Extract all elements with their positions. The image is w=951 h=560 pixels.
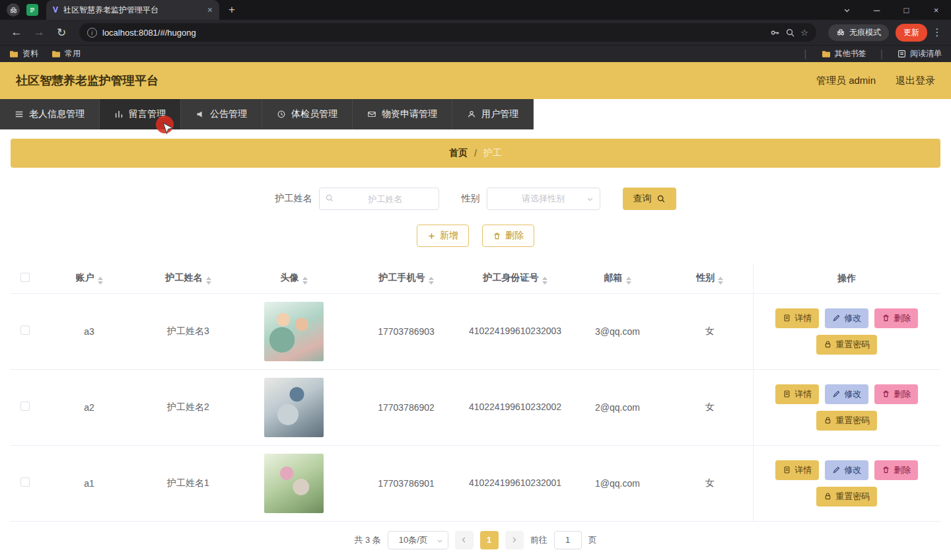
edit-button[interactable]: 修改	[825, 460, 868, 480]
nav-item-examiners[interactable]: 体检员管理	[262, 99, 353, 129]
reset-password-button[interactable]: 重置密码	[816, 487, 877, 507]
sort-icon[interactable]	[98, 277, 103, 285]
nav-item-users[interactable]: 用户管理	[452, 99, 534, 129]
tab-title: 社区智慧养老监护管理平台	[63, 5, 202, 16]
sort-icon[interactable]	[206, 277, 211, 285]
back-button[interactable]: ←	[7, 22, 26, 42]
breadcrumb-home[interactable]: 首页	[449, 147, 468, 159]
table-header-row: 账户 护工姓名 头像 护工手机号 护工身份证号 邮箱 性别 操作	[11, 264, 940, 293]
goto-label: 前往	[530, 534, 547, 546]
site-info-icon[interactable]: i	[87, 28, 97, 38]
col-header-idcard: 护工身份证号	[462, 264, 568, 293]
window-close-button[interactable]: ×	[921, 0, 951, 20]
caregiver-name-input[interactable]	[319, 188, 439, 210]
goto-unit: 页	[588, 534, 597, 546]
row-checkbox[interactable]	[20, 326, 30, 335]
caregiver-photo	[264, 302, 324, 361]
search-icon	[325, 193, 334, 203]
search-button[interactable]: 查询	[623, 188, 676, 210]
browser-toolbar: ← → ↻ i localhost:8081/#/hugong ☆ 无痕模式 更…	[0, 20, 951, 45]
incognito-profile-icon[interactable]	[7, 3, 20, 17]
cell-name: 护工姓名1	[139, 445, 238, 521]
pagination: 共 3 条 10条/页 1 前往 页	[11, 531, 940, 549]
pinned-tab-favicon[interactable]	[26, 4, 38, 16]
nav-item-supplies[interactable]: 物资申请管理	[353, 99, 452, 129]
tab-search-icon[interactable]	[832, 0, 862, 20]
bookmark-folder[interactable]: 常用	[52, 48, 81, 59]
cell-idcard: 410224199610232001	[466, 476, 565, 491]
bookmark-folder[interactable]: 资料	[9, 48, 38, 59]
delete-button[interactable]: 删除	[874, 308, 918, 328]
sort-icon[interactable]	[542, 277, 547, 285]
address-bar[interactable]: i localhost:8081/#/hugong ☆	[79, 23, 816, 42]
lock-icon	[824, 492, 832, 501]
reset-password-button[interactable]: 重置密码	[816, 335, 877, 355]
edit-button[interactable]: 修改	[825, 308, 868, 328]
lock-icon	[824, 416, 832, 425]
tab-close-icon[interactable]: ×	[207, 5, 213, 15]
prev-page-button[interactable]	[455, 531, 474, 549]
lock-icon	[824, 340, 832, 349]
breadcrumb: 首页 / 护工	[11, 139, 940, 168]
cell-name: 护工姓名3	[139, 293, 238, 369]
sort-icon[interactable]	[626, 277, 631, 285]
col-header-phone: 护工手机号	[350, 264, 462, 293]
bulk-delete-button[interactable]: 删除	[482, 225, 534, 247]
reset-password-button[interactable]: 重置密码	[816, 411, 877, 431]
reading-list-button[interactable]: 阅读清单	[898, 48, 942, 59]
menu-icon	[15, 110, 24, 119]
sort-icon[interactable]	[718, 277, 723, 285]
update-label: 更新	[903, 27, 919, 38]
delete-button[interactable]: 删除	[874, 384, 918, 404]
admin-user-label: 管理员 admin	[816, 75, 876, 87]
breadcrumb-separator: /	[474, 148, 477, 158]
password-key-icon[interactable]	[770, 28, 780, 38]
goto-page-input[interactable]	[554, 531, 582, 549]
logout-button[interactable]: 退出登录	[896, 75, 935, 87]
document-icon	[783, 390, 791, 398]
add-button[interactable]: 新增	[417, 225, 469, 247]
page-number-current[interactable]: 1	[480, 531, 499, 549]
forward-button[interactable]: →	[29, 22, 49, 42]
edit-button[interactable]: 修改	[825, 384, 868, 404]
cell-email: 3@qq.com	[568, 293, 667, 369]
nav-item-notices[interactable]: 公告管理	[181, 99, 262, 129]
bookmark-star-icon[interactable]: ☆	[800, 28, 808, 38]
zoom-icon[interactable]	[785, 28, 795, 38]
trash-icon	[493, 232, 501, 240]
window-maximize-button[interactable]: □	[892, 0, 921, 20]
other-bookmarks-button[interactable]: 其他书签	[822, 48, 866, 59]
table-row: a1 护工姓名1 17703786901 410224199610232001 …	[11, 445, 940, 521]
select-all-checkbox[interactable]	[20, 273, 30, 282]
browser-tab[interactable]: V 社区智慧养老监护管理平台 ×	[46, 0, 219, 20]
delete-button[interactable]: 删除	[874, 460, 918, 480]
cell-name: 护工姓名2	[139, 369, 238, 445]
row-checkbox[interactable]	[20, 402, 30, 411]
reload-button[interactable]: ↻	[52, 22, 71, 42]
page-size-select[interactable]: 10条/页	[388, 531, 448, 549]
gender-select[interactable]: 请选择性别	[487, 188, 600, 210]
window-minimize-button[interactable]: ─	[862, 0, 892, 20]
detail-button[interactable]: 详情	[775, 384, 819, 404]
bookmarks-bar: 资料 常用 │ 其他书签 │ 阅读清单	[0, 45, 951, 62]
next-page-button[interactable]	[505, 531, 524, 549]
clock-icon	[277, 110, 286, 119]
nav-item-elder-info[interactable]: 老人信息管理	[0, 99, 100, 129]
breadcrumb-current: 护工	[483, 147, 502, 159]
chevron-left-icon	[460, 536, 468, 543]
sort-icon[interactable]	[429, 277, 434, 285]
new-tab-button[interactable]: +	[229, 3, 235, 17]
detail-button[interactable]: 详情	[775, 308, 819, 328]
cell-phone: 17703786902	[350, 369, 462, 445]
sort-icon[interactable]	[302, 277, 308, 285]
url-text: localhost:8081/#/hugong	[102, 28, 196, 38]
browser-update-button[interactable]: 更新	[896, 24, 927, 42]
row-checkbox[interactable]	[20, 477, 30, 487]
screen: V 社区智慧养老监护管理平台 × + ─ □ × ← → ↻ i localho…	[0, 0, 951, 560]
other-bookmarks-label: 其他书签	[835, 48, 866, 59]
reading-list-label: 阅读清单	[910, 48, 942, 59]
detail-button[interactable]: 详情	[775, 460, 819, 480]
add-button-label: 新增	[440, 230, 458, 242]
main-nav: 老人信息管理 留言管理 公告管理 体检员管理 物资申请管理	[0, 99, 951, 129]
browser-menu-icon[interactable]: ⋮	[930, 26, 944, 38]
